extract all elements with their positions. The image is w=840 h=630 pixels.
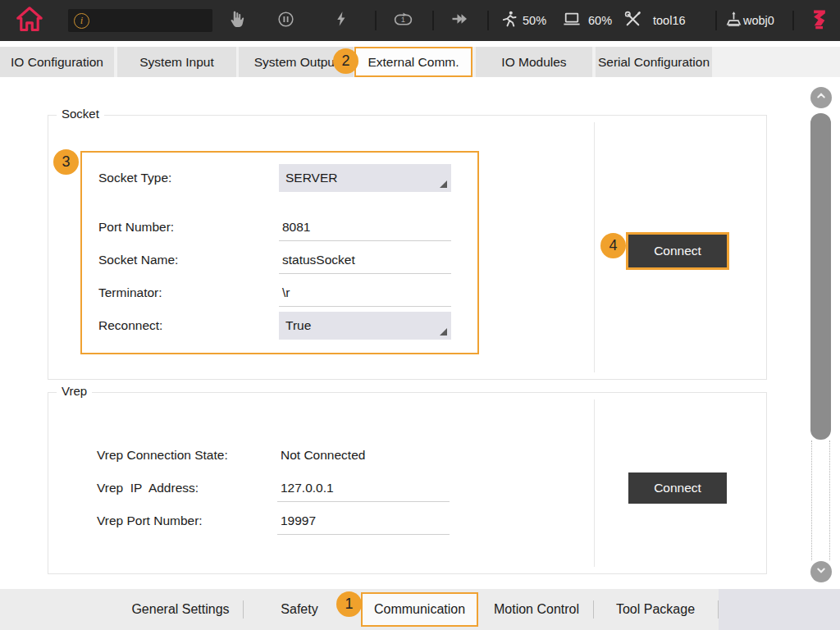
socket-type-row: Socket Type: SERVER: [82, 164, 477, 192]
tools-icon: [623, 9, 643, 33]
connect-button-label: Connect: [654, 244, 701, 258]
io-tab-bar: IO Configuration System Input System Out…: [0, 47, 840, 77]
hand-guide-button[interactable]: [226, 0, 247, 41]
terminator-input[interactable]: \r: [279, 279, 451, 307]
socket-type-dropdown[interactable]: SERVER: [279, 164, 451, 192]
tool-indicator[interactable]: [623, 0, 643, 41]
tab-label: System Input: [139, 55, 213, 70]
running-man-icon: [500, 9, 519, 33]
vrep-port-row: Vrep Port Number: 19997: [48, 507, 766, 535]
topbar-separator: [715, 11, 717, 30]
bottom-separator: [593, 600, 594, 619]
vrep-ip-label: Vrep IP Address:: [97, 474, 199, 502]
joystick-icon: [724, 8, 744, 34]
vrep-port-label: Vrep Port Number:: [97, 507, 203, 535]
tool-name: tool16: [653, 0, 686, 41]
vrep-state-value: Not Connected: [281, 448, 365, 463]
step-mode-button[interactable]: [449, 0, 470, 41]
robot-logo[interactable]: [807, 0, 832, 41]
badge-number: 2: [341, 52, 349, 70]
top-status-bar: i 1: [0, 0, 840, 41]
terminator-label: Terminator:: [98, 279, 162, 307]
tab-label: IO Modules: [501, 55, 566, 70]
bottom-bar-right-section: [719, 589, 840, 630]
vrep-connect-button[interactable]: Connect: [628, 472, 727, 504]
tab-io-configuration[interactable]: IO Configuration: [0, 47, 114, 77]
vrep-state-label: Vrep Connection State:: [97, 441, 228, 469]
pause-button[interactable]: [276, 0, 295, 41]
chevron-down-icon: [814, 563, 829, 581]
section-divider: [594, 122, 595, 372]
annotation-badge-1: 1: [336, 591, 362, 617]
reconnect-dropdown[interactable]: True: [279, 312, 451, 340]
reconnect-row: Reconnect: True: [82, 312, 477, 340]
nav-tool-package[interactable]: Tool Package: [616, 589, 695, 630]
screen-icon: [560, 9, 583, 33]
annotation-badge-2: 2: [333, 48, 358, 74]
screen-brightness-indicator[interactable]: [560, 0, 583, 41]
nav-safety[interactable]: Safety: [281, 589, 317, 630]
scroll-down-button[interactable]: [810, 561, 832, 582]
vrep-port-input[interactable]: 19997: [277, 507, 450, 535]
home-icon: [15, 4, 44, 37]
badge-number: 3: [62, 153, 70, 171]
vrep-section: Vrep Vrep Connection State: Not Connecte…: [48, 392, 767, 574]
bottom-separator: [718, 600, 719, 619]
nav-label: General Settings: [131, 602, 229, 616]
nav-motion-control[interactable]: Motion Control: [494, 589, 579, 630]
run-mode-button[interactable]: 1: [392, 0, 414, 41]
nav-label: Motion Control: [494, 602, 579, 616]
wobj-indicator[interactable]: [724, 0, 744, 41]
reconnect-label: Reconnect:: [98, 312, 162, 340]
topbar-separator: [487, 11, 489, 30]
terminator-row: Terminator: \r: [82, 279, 477, 307]
vrep-ip-input[interactable]: 127.0.0.1: [277, 474, 450, 502]
wobj-name: wobj0: [743, 0, 774, 41]
tab-label: Serial Configuration: [598, 55, 710, 70]
vrep-state-row: Vrep Connection State: Not Connected: [48, 441, 766, 469]
fast-forward-icon: [449, 9, 470, 32]
speed-indicator[interactable]: [500, 0, 519, 41]
pause-icon: [276, 10, 295, 32]
socket-connect-button[interactable]: Connect: [628, 235, 727, 267]
nav-label: Safety: [281, 602, 317, 616]
home-button[interactable]: [15, 0, 44, 41]
port-number-row: Port Number: 8081: [82, 213, 477, 241]
tab-system-input[interactable]: System Input: [117, 47, 236, 77]
tab-serial-configuration[interactable]: Serial Configuration: [596, 47, 712, 77]
robot-logo-icon: [807, 6, 832, 35]
power-button[interactable]: [332, 0, 350, 41]
tab-label: System Output: [254, 55, 339, 70]
socket-form-group: Socket Type: SERVER Port Number: 8081 So…: [80, 151, 479, 354]
topbar-separator: [432, 11, 434, 30]
connect-button-label: Connect: [654, 481, 701, 495]
socket-legend: Socket: [57, 107, 104, 121]
loop-once-icon: 1: [392, 9, 414, 33]
vrep-ip-value: 127.0.0.1: [281, 481, 334, 495]
tab-external-comm[interactable]: External Comm.: [354, 47, 472, 77]
dropdown-arrow-icon: [440, 180, 447, 188]
socket-name-row: Socket Name: statusSocket: [82, 246, 477, 274]
socket-name-label: Socket Name:: [98, 246, 178, 274]
scroll-thumb[interactable]: [810, 113, 831, 440]
scroll-track[interactable]: [811, 441, 830, 560]
pendant-screen: i 1: [0, 0, 840, 630]
nav-general-settings[interactable]: General Settings: [131, 589, 229, 630]
message-box[interactable]: i: [68, 9, 212, 32]
dropdown-arrow-icon: [440, 328, 447, 336]
tab-label: External Comm.: [368, 55, 459, 70]
port-number-input[interactable]: 8081: [279, 213, 451, 241]
bottom-separator: [243, 600, 244, 619]
screen-percent: 60%: [588, 0, 612, 41]
port-number-value: 8081: [282, 220, 310, 235]
tab-io-modules[interactable]: IO Modules: [476, 47, 592, 77]
info-icon: i: [74, 13, 89, 29]
topbar-separator: [792, 11, 794, 30]
speed-percent: 50%: [523, 0, 546, 41]
nav-communication[interactable]: Communication: [361, 592, 478, 627]
terminator-value: \r: [282, 285, 290, 300]
socket-name-input[interactable]: statusSocket: [279, 246, 451, 274]
scroll-up-button[interactable]: [810, 87, 832, 108]
socket-name-value: statusSocket: [282, 253, 355, 267]
reconnect-value: True: [285, 318, 311, 333]
